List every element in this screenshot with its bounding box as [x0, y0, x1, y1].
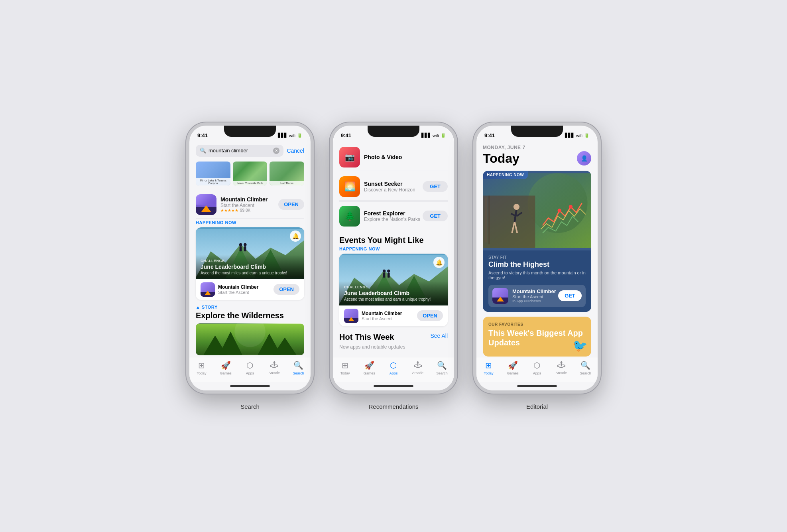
avatar[interactable]: 👤	[577, 151, 591, 166]
tab-search-label-2: Search	[436, 371, 448, 375]
editorial-tag: STAY FIT	[488, 255, 586, 260]
app-icon-mountain-climber	[196, 194, 216, 215]
photo-video-info: Photo & Video	[364, 154, 448, 160]
tab-bar-1: ⊞ Today 🚀 Games ⬡ Apps 🕹 Arcade	[189, 357, 311, 382]
search-bar-row: 🔍 mountain climber ✕ Cancel	[196, 145, 304, 157]
tab-apps-label-2: Apps	[390, 371, 398, 375]
map-thumb-1[interactable]: Mirror Lake & Tenaya Canyon	[196, 162, 230, 185]
event-card-1[interactable]: 🔔 CHALLENGE June Leaderboard Climb Ascen…	[196, 227, 304, 300]
map-thumb-2[interactable]: Lower Yosemite Falls	[233, 162, 268, 185]
search-input-container[interactable]: 🔍 mountain climber ✕	[196, 145, 283, 157]
tab-arcade-1[interactable]: 🕹 Arcade	[262, 361, 286, 375]
tab-games-2[interactable]: 🚀 Games	[357, 361, 382, 375]
search-icon: 🔍	[200, 148, 206, 154]
svg-point-27	[514, 204, 519, 210]
tab-arcade-label-2: Arcade	[412, 371, 424, 375]
tab-today-label-3: Today	[484, 371, 493, 375]
see-all-button[interactable]: See All	[430, 333, 448, 339]
tab-search-icon-2: 🔍	[437, 361, 447, 370]
event-open-button-2[interactable]: OPEN	[417, 310, 443, 321]
tab-search-2[interactable]: 🔍 Search	[430, 361, 454, 375]
map-thumbs: Mirror Lake & Tenaya Canyon Lower Yosemi…	[196, 162, 304, 185]
app-subtitle: Start the Ascent	[220, 203, 278, 208]
photo-video-icon: 📷	[345, 152, 355, 162]
event-app-sub-2: Start the Ascent	[362, 316, 417, 321]
tab-arcade-3[interactable]: 🕹 Arcade	[549, 361, 573, 375]
divider-2	[339, 201, 448, 202]
happening-banner-text: HAPPENING NOW	[487, 173, 524, 177]
tab-games-3[interactable]: 🚀 Games	[501, 361, 525, 375]
event-tag-2: CHALLENGE	[344, 285, 443, 289]
tab-arcade-icon-3: 🕹	[557, 361, 565, 370]
forest-get-button[interactable]: GET	[423, 211, 448, 221]
screen-search: 🔍 mountain climber ✕ Cancel Mirror Lake …	[189, 142, 311, 390]
home-indicator-3	[476, 382, 598, 390]
tab-search-icon-3: 🔍	[580, 361, 590, 370]
editorial-card[interactable]: HAPPENING NOW	[483, 171, 591, 312]
event-title-2: June Leaderboard Climb	[344, 290, 443, 296]
phone-label-editorial: Editorial	[526, 403, 548, 410]
app-sunset-seeker: 🌅 Sunset Seeker Discover a New Horizon G…	[339, 173, 448, 201]
bell-icon-1[interactable]: 🔔	[290, 231, 301, 242]
editorial-app-iap: In-App Purchases	[512, 299, 558, 303]
editorial-card-content: STAY FIT Climb the Highest Ascend to vic…	[483, 250, 591, 312]
battery-icon-3: 🔋	[584, 133, 590, 138]
hot-title: Hot This Week	[339, 333, 394, 342]
search-clear-button[interactable]: ✕	[273, 148, 279, 154]
home-bar-2	[374, 385, 413, 387]
battery-icon-2: 🔋	[441, 133, 446, 138]
open-button[interactable]: OPEN	[278, 199, 304, 210]
bird-decoration: 🐦	[573, 339, 587, 353]
svg-point-23	[528, 173, 588, 233]
wifi-icon-3: wifi	[576, 133, 582, 138]
today-date: MONDAY, JUNE 7	[483, 145, 591, 150]
tab-apps-2[interactable]: ⬡ Apps	[382, 361, 406, 375]
today-title-text: Today	[483, 151, 519, 166]
tab-today-2[interactable]: ⊞ Today	[333, 361, 357, 375]
cancel-button[interactable]: Cancel	[287, 148, 304, 154]
editorial-get-button[interactable]: GET	[558, 290, 582, 301]
divider-1	[339, 172, 448, 172]
event-card-2[interactable]: 🔔 CHALLENGE June Leaderboard Climb Ascen…	[339, 254, 448, 326]
story-image[interactable]	[196, 323, 304, 355]
svg-point-4	[239, 243, 242, 246]
event-title-1: June Leaderboard Climb	[201, 264, 299, 270]
event-open-button-1[interactable]: OPEN	[273, 284, 299, 295]
photo-video-name: Photo & Video	[364, 154, 448, 160]
event-app-row-2: Mountain Climber Start the Ascent OPEN	[339, 305, 448, 326]
wifi-icon-2: wifi	[433, 133, 439, 138]
tab-games-icon-1: 🚀	[221, 361, 231, 370]
editorial-svg	[483, 171, 591, 250]
tab-arcade-icon-2: 🕹	[414, 361, 422, 370]
tab-games-1[interactable]: 🚀 Games	[214, 361, 238, 375]
event-app-sub-1: Start the Ascent	[218, 290, 273, 295]
sunset-get-button[interactable]: GET	[423, 181, 448, 192]
tab-arcade-2[interactable]: 🕹 Arcade	[405, 361, 430, 375]
tab-apps-3[interactable]: ⬡ Apps	[525, 361, 549, 375]
hot-week-header: Hot This Week See All	[339, 333, 448, 343]
event-overlay-2: CHALLENGE June Leaderboard Climb Ascend …	[339, 281, 448, 305]
tab-search-3[interactable]: 🔍 Search	[573, 361, 598, 375]
tab-today-icon-1: ⊞	[198, 361, 205, 370]
tab-apps-1[interactable]: ⬡ Apps	[238, 361, 262, 375]
tab-today-3[interactable]: ⊞ Today	[476, 361, 501, 375]
forest-subtitle: Explore the Nation's Parks	[364, 217, 423, 222]
map-label-1: Mirror Lake & Tenaya Canyon	[196, 178, 230, 185]
svg-point-18	[383, 269, 386, 272]
favorites-card[interactable]: OUR FAVORITES This Week's Biggest App Up…	[483, 317, 591, 357]
status-icons-2: ▋▋▋ wifi 🔋	[421, 133, 446, 138]
tab-today-1[interactable]: ⊞ Today	[189, 361, 214, 375]
phone-section-editorial: 9:41 ▋▋▋ wifi 🔋 MONDAY, JUNE 7 Today 👤	[473, 122, 601, 410]
today-title: Today 👤	[483, 151, 591, 166]
app-rating: 99.8K	[240, 208, 250, 213]
tab-search-1[interactable]: 🔍 Search	[286, 361, 311, 375]
favorites-title: This Week's Biggest App Updates	[488, 328, 586, 347]
screen-content-recommendations: 📷 Photo & Video 🌅 Sunset Seeker	[333, 142, 454, 357]
app-stars: ★★★★★	[220, 208, 238, 213]
bell-icon-2[interactable]: 🔔	[433, 257, 445, 268]
tab-search-label-3: Search	[580, 371, 591, 375]
map-thumb-3[interactable]: Half Dome	[270, 162, 304, 185]
tab-apps-icon-2: ⬡	[390, 361, 397, 370]
svg-rect-24	[483, 195, 535, 248]
status-time-3: 9:41	[484, 132, 495, 138]
